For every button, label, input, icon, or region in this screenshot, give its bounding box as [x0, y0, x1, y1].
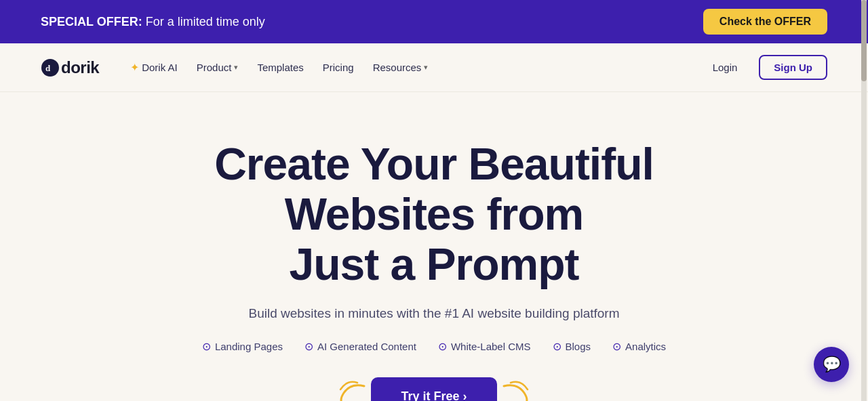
product-link[interactable]: Product ▾	[190, 58, 245, 77]
dorik-ai-link[interactable]: ✦ Dorik AI	[123, 57, 184, 78]
product-label: Product	[197, 62, 232, 73]
swirl-right-decoration	[497, 379, 538, 401]
chat-button[interactable]: 💬	[814, 347, 849, 382]
chat-icon: 💬	[823, 356, 841, 373]
hero-heading: Create Your Beautiful Websites from Just…	[129, 140, 739, 290]
banner-bold-text: SPECIAL OFFER:	[41, 15, 142, 28]
main-navbar: d dorik ✦ Dorik AI Product ▾ Templates	[0, 43, 868, 92]
resources-chevron-icon: ▾	[424, 63, 428, 72]
feature-whitelabel: ⊙ White-Label CMS	[438, 340, 531, 353]
resources-link[interactable]: Resources ▾	[366, 58, 435, 77]
pricing-label: Pricing	[323, 62, 354, 73]
logo[interactable]: d dorik	[41, 58, 99, 77]
templates-label: Templates	[257, 62, 303, 73]
hero-heading-line2: Just a Prompt	[289, 239, 578, 289]
navbar-right: Login Sign Up	[702, 55, 827, 80]
hero-subtitle: Build websites in minutes with the #1 AI…	[41, 306, 827, 321]
nav-item-pricing[interactable]: Pricing	[316, 58, 361, 77]
feature-ai-content: ⊙ AI Generated Content	[304, 340, 416, 353]
dorik-ai-label: Dorik AI	[142, 62, 178, 73]
check-icon-blogs: ⊙	[553, 340, 561, 353]
feature-label-whitelabel: White-Label CMS	[451, 341, 531, 352]
product-chevron-icon: ▾	[234, 63, 238, 72]
banner-normal-text: For a limited time only	[142, 15, 265, 28]
feature-label-landing: Landing Pages	[215, 341, 283, 352]
promo-banner: SPECIAL OFFER: For a limited time only C…	[0, 0, 868, 43]
check-icon-analytics: ⊙	[612, 340, 621, 353]
banner-text: SPECIAL OFFER: For a limited time only	[41, 15, 265, 29]
check-offer-button[interactable]: Check the OFFER	[703, 9, 827, 35]
signup-button[interactable]: Sign Up	[759, 55, 827, 80]
navbar-left: d dorik ✦ Dorik AI Product ▾ Templates	[41, 57, 435, 78]
svg-point-0	[41, 59, 59, 77]
nav-item-product[interactable]: Product ▾	[190, 58, 245, 77]
feature-label-analytics: Analytics	[625, 341, 666, 352]
swirl-left-decoration	[330, 379, 371, 401]
nav-item-templates[interactable]: Templates	[250, 58, 310, 77]
templates-link[interactable]: Templates	[250, 58, 310, 77]
logo-icon: d	[41, 58, 60, 77]
hero-heading-line1: Create Your Beautiful Websites from	[214, 139, 654, 239]
feature-landing-pages: ⊙ Landing Pages	[202, 340, 283, 353]
login-button[interactable]: Login	[702, 56, 749, 79]
scroll-thumb[interactable]	[861, 0, 867, 81]
check-icon-landing: ⊙	[202, 340, 211, 353]
try-free-button[interactable]: Try it Free ›	[371, 377, 496, 401]
ai-star-icon: ✦	[130, 61, 139, 74]
check-icon-ai: ⊙	[304, 340, 313, 353]
nav-item-dorik-ai[interactable]: ✦ Dorik AI	[123, 57, 184, 78]
hero-features: ⊙ Landing Pages ⊙ AI Generated Content ⊙…	[41, 340, 827, 353]
pricing-link[interactable]: Pricing	[316, 58, 361, 77]
scrollbar[interactable]	[861, 0, 867, 401]
feature-analytics: ⊙ Analytics	[612, 340, 666, 353]
logo-text: dorik	[61, 58, 99, 77]
feature-blogs: ⊙ Blogs	[553, 340, 591, 353]
check-icon-whitelabel: ⊙	[438, 340, 447, 353]
hero-section: Create Your Beautiful Websites from Just…	[0, 92, 868, 401]
feature-label-ai: AI Generated Content	[317, 341, 416, 352]
nav-item-resources[interactable]: Resources ▾	[366, 58, 435, 77]
resources-label: Resources	[373, 62, 422, 73]
cta-wrapper: Try it Free ›	[41, 377, 827, 401]
feature-label-blogs: Blogs	[566, 341, 591, 352]
nav-links: ✦ Dorik AI Product ▾ Templates Pricing	[123, 57, 435, 78]
